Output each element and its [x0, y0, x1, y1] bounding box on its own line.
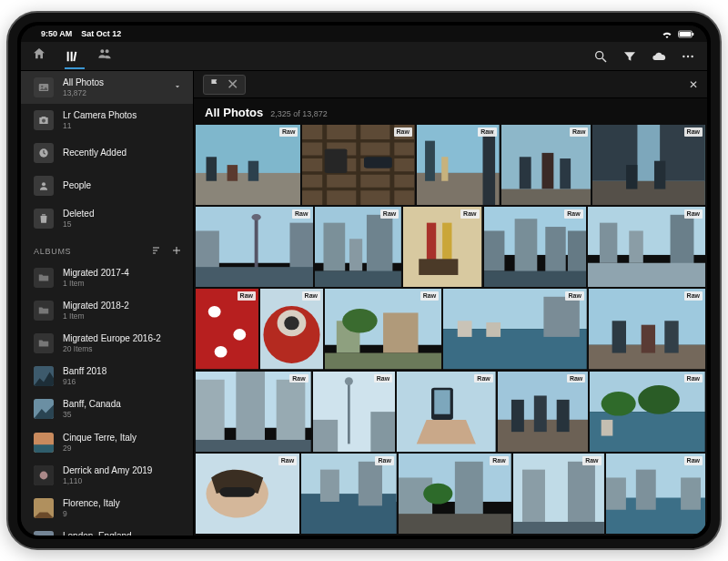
clock-icon — [34, 143, 54, 163]
svg-rect-59 — [442, 223, 451, 263]
svg-point-10 — [42, 119, 46, 123]
sidebar-item-label: Deleted — [63, 209, 182, 219]
photo-thumbnail[interactable]: Raw — [196, 207, 313, 287]
sort-icon[interactable] — [151, 245, 162, 258]
chevron-down-icon[interactable] — [173, 82, 182, 93]
photo-thumbnail[interactable]: Raw — [196, 372, 311, 452]
photo-thumbnail[interactable]: Raw — [484, 207, 586, 287]
trash-icon — [34, 209, 54, 229]
sidebar[interactable]: All Photos 13,872 Lr Camera Photos 11 — [21, 71, 194, 536]
album-label: London, England — [63, 531, 182, 536]
wifi-icon — [662, 30, 672, 38]
folder-icon — [34, 333, 54, 353]
photo-thumbnail[interactable]: Raw — [301, 454, 397, 534]
svg-rect-60 — [420, 260, 459, 276]
flag-pick-icon[interactable] — [207, 77, 223, 92]
album-count: 20 Items — [63, 344, 182, 353]
folder-icon — [34, 268, 54, 288]
album-item-derrick[interactable]: Derrick and Amy 2019 1,110 — [21, 459, 193, 492]
svg-rect-62 — [484, 231, 504, 271]
album-thumbnail — [34, 531, 54, 536]
photo-thumbnail[interactable]: Raw — [417, 125, 500, 205]
flag-reject-icon[interactable]: ✕ — [223, 77, 242, 92]
raw-badge: Raw — [684, 374, 703, 383]
album-item-florence[interactable]: Florence, Italy 9 — [21, 492, 193, 525]
svg-point-9 — [41, 86, 43, 87]
photo-thumbnail[interactable]: Raw — [513, 454, 604, 534]
photo-thumbnail[interactable]: Raw — [501, 125, 592, 205]
svg-rect-99 — [196, 440, 311, 452]
ios-status-bar: 9:50 AM Sat Oct 12 — [21, 26, 707, 42]
more-icon[interactable] — [680, 48, 696, 65]
raw-badge: Raw — [279, 128, 298, 137]
photo-thumbnail[interactable]: Raw — [590, 372, 705, 452]
album-item-banff[interactable]: Banff, Canada 35 — [21, 393, 193, 425]
photo-thumbnail[interactable]: Raw — [606, 454, 705, 534]
svg-point-18 — [40, 471, 48, 479]
svg-rect-50 — [290, 223, 314, 271]
library-icon[interactable] — [65, 49, 85, 69]
albums-header-label: ALBUMS — [34, 247, 71, 256]
svg-point-48 — [251, 214, 260, 220]
svg-point-6 — [687, 55, 689, 56]
svg-rect-47 — [255, 215, 258, 271]
svg-rect-137 — [635, 469, 655, 509]
svg-rect-20 — [34, 531, 54, 536]
sidebar-item-people[interactable]: People — [21, 169, 193, 202]
photo-thumbnail[interactable]: Raw — [588, 207, 705, 287]
filter-icon[interactable] — [622, 48, 638, 65]
svg-rect-36 — [519, 157, 531, 189]
cloud-icon[interactable] — [651, 48, 667, 65]
album-item-mig17[interactable]: Migrated 2017-4 1 Item — [21, 261, 193, 294]
raw-badge: Raw — [684, 456, 703, 465]
album-item-mig18[interactable]: Migrated 2018-2 1 Item — [21, 294, 193, 327]
svg-rect-131 — [522, 469, 545, 525]
home-icon[interactable] — [32, 46, 52, 66]
photo-thumbnail[interactable]: Raw — [403, 207, 481, 287]
raw-badge: Raw — [302, 291, 320, 301]
svg-rect-68 — [600, 223, 617, 263]
svg-rect-103 — [313, 420, 338, 452]
shared-icon[interactable] — [97, 46, 117, 66]
svg-rect-29 — [325, 148, 348, 172]
raw-badge: Raw — [289, 374, 308, 383]
search-icon[interactable] — [592, 48, 609, 65]
photo-thumbnail[interactable]: Raw — [325, 289, 441, 369]
svg-rect-66 — [484, 271, 586, 288]
svg-point-75 — [215, 346, 228, 358]
photo-thumbnail[interactable]: Raw — [260, 289, 323, 369]
svg-rect-72 — [196, 289, 258, 369]
photo-thumbnail[interactable]: Raw — [196, 289, 258, 369]
photo-thumbnail[interactable]: Raw — [196, 125, 300, 205]
svg-rect-34 — [482, 133, 495, 205]
album-item-london[interactable]: London, England 24 — [21, 525, 193, 536]
svg-rect-88 — [486, 322, 500, 337]
sidebar-item-all-photos[interactable]: All Photos 13,872 — [21, 71, 193, 104]
sidebar-item-lr-camera[interactable]: Lr Camera Photos 11 — [21, 104, 193, 137]
album-item-banff18[interactable]: Banff 2018 916 — [21, 360, 193, 393]
status-date: Sat Oct 12 — [81, 29, 121, 38]
photo-thumbnail[interactable]: Raw — [443, 289, 587, 369]
sidebar-item-recently-added[interactable]: Recently Added — [21, 137, 193, 169]
photo-grid[interactable]: Raw Raw Raw Raw — [194, 125, 707, 536]
svg-rect-65 — [567, 231, 585, 276]
svg-rect-112 — [556, 399, 569, 431]
photo-thumbnail[interactable]: Raw — [315, 207, 401, 287]
close-icon[interactable]: ✕ — [689, 78, 698, 91]
album-item-migeu[interactable]: Migrated Europe 2016-2 20 Items — [21, 327, 193, 360]
photo-thumbnail[interactable]: Raw — [313, 372, 395, 452]
photo-thumbnail[interactable]: Raw — [498, 372, 589, 452]
svg-rect-123 — [320, 469, 339, 501]
photo-thumbnail[interactable]: Raw — [592, 125, 705, 205]
photo-thumbnail[interactable]: Raw — [196, 454, 299, 534]
photo-thumbnail[interactable]: Raw — [397, 372, 496, 452]
album-item-cinque[interactable]: Cinque Terre, Italy 29 — [21, 426, 193, 459]
photo-thumbnail[interactable]: Raw — [302, 125, 415, 205]
flag-filter[interactable]: ✕ — [203, 75, 246, 95]
photo-thumbnail[interactable]: Raw — [589, 289, 705, 369]
folder-icon — [34, 301, 54, 321]
photo-thumbnail[interactable]: Raw — [399, 454, 511, 534]
add-album-icon[interactable] — [171, 245, 182, 258]
sidebar-item-deleted[interactable]: Deleted 15 — [21, 202, 193, 235]
svg-rect-87 — [458, 321, 472, 338]
